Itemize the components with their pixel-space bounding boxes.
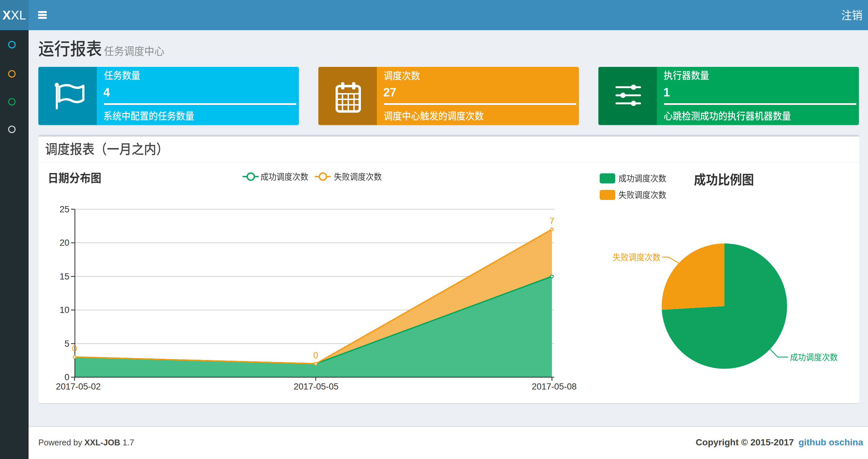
svg-text:0: 0 [313, 351, 318, 360]
svg-text:7: 7 [549, 216, 554, 226]
svg-text:2017-05-08: 2017-05-08 [532, 382, 577, 392]
svg-text:25: 25 [59, 204, 69, 214]
svg-text:10: 10 [59, 305, 69, 315]
svg-text:2017-05-02: 2017-05-02 [56, 382, 101, 392]
svg-text:2017-05-05: 2017-05-05 [294, 382, 339, 392]
svg-text:0: 0 [64, 372, 69, 382]
svg-text:0: 0 [72, 344, 77, 354]
svg-text:5: 5 [64, 339, 69, 349]
svg-text:20: 20 [59, 238, 69, 248]
svg-text:15: 15 [59, 272, 69, 282]
